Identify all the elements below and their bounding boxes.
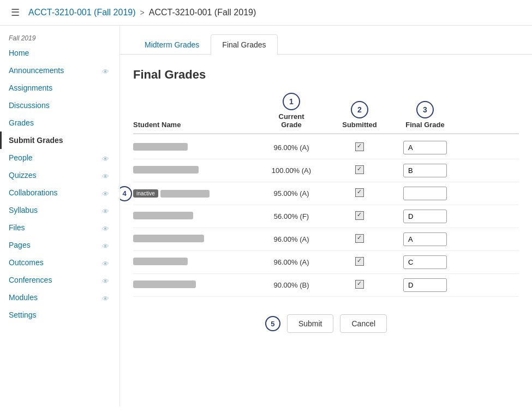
sidebar-item-announcements[interactable]: Announcements bbox=[0, 62, 119, 79]
cell-grade-7: 90.00% (B) bbox=[253, 281, 330, 289]
cell-submitted-6: ✓ bbox=[330, 257, 390, 267]
modules-visibility-icon bbox=[102, 294, 111, 301]
final-grade-input-4[interactable] bbox=[403, 210, 447, 223]
submitted-checkbox-7[interactable]: ✓ bbox=[355, 280, 364, 289]
cell-final-5 bbox=[390, 232, 461, 246]
collaborations-visibility-icon bbox=[102, 189, 111, 196]
submitted-checkbox-2[interactable]: ✓ bbox=[355, 165, 364, 174]
breadcrumb-current: ACCT-3210-001 (Fall 2019) bbox=[149, 8, 256, 17]
conferences-visibility-icon bbox=[102, 277, 111, 283]
final-grade-input-7[interactable] bbox=[403, 278, 447, 292]
step-5-circle: 5 bbox=[265, 316, 280, 331]
table-row: 56.00% (F) ✓ bbox=[133, 205, 519, 228]
col-header-final-label: Final Grade bbox=[405, 121, 445, 129]
sidebar-item-conferences[interactable]: Conferences bbox=[0, 271, 119, 289]
cell-student-1 bbox=[133, 143, 253, 152]
main-content: Midterm Grades Final Grades Final Grades… bbox=[120, 26, 532, 407]
sidebar-item-outcomes[interactable]: Outcomes bbox=[0, 254, 119, 271]
header: ☰ ACCT-3210-001 (Fall 2019) > ACCT-3210-… bbox=[0, 0, 532, 26]
col-header-student: Student Name bbox=[133, 121, 253, 129]
submit-button[interactable]: Submit bbox=[287, 314, 334, 333]
tabs: Midterm Grades Final Grades bbox=[120, 34, 532, 55]
layout: Fall 2019 Home Announcements Assignments… bbox=[0, 26, 532, 407]
announcements-visibility-icon bbox=[102, 67, 111, 74]
student-name-blur bbox=[133, 212, 193, 219]
student-name-blur bbox=[133, 235, 204, 242]
sidebar-item-home[interactable]: Home bbox=[0, 44, 119, 62]
sidebar-item-discussions[interactable]: Discussions bbox=[0, 97, 119, 114]
final-grade-input-5[interactable] bbox=[403, 232, 447, 246]
sidebar-item-modules[interactable]: Modules bbox=[0, 289, 119, 306]
tab-final-grades[interactable]: Final Grades bbox=[211, 34, 277, 55]
col-header-current-label: CurrentGrade bbox=[279, 112, 304, 129]
hamburger-menu-icon[interactable]: ☰ bbox=[11, 7, 20, 19]
people-visibility-icon bbox=[102, 154, 111, 161]
cell-final-4 bbox=[390, 210, 461, 223]
cell-final-6 bbox=[390, 255, 461, 269]
cell-final-2 bbox=[390, 164, 461, 177]
tab-midterm-grades[interactable]: Midterm Grades bbox=[133, 34, 211, 55]
student-name-blur bbox=[133, 166, 199, 174]
sidebar-item-syllabus[interactable]: Syllabus bbox=[0, 201, 119, 219]
sidebar-item-settings[interactable]: Settings bbox=[0, 306, 119, 324]
content-area: Final Grades Student Name 1 CurrentGrade… bbox=[120, 55, 532, 359]
submitted-checkbox-1[interactable]: ✓ bbox=[355, 142, 364, 151]
cell-submitted-7: ✓ bbox=[330, 280, 390, 290]
cell-student-2 bbox=[133, 166, 253, 175]
cell-grade-4: 56.00% (F) bbox=[253, 212, 330, 220]
inactive-badge: inactive bbox=[133, 189, 158, 198]
final-grade-input-2[interactable] bbox=[403, 164, 447, 177]
sidebar-item-grades[interactable]: Grades bbox=[0, 114, 119, 132]
table-row: 90.00% (B) ✓ bbox=[133, 274, 519, 297]
table-header: Student Name 1 CurrentGrade 2 Submitted bbox=[133, 93, 519, 134]
sidebar-item-assignments[interactable]: Assignments bbox=[0, 79, 119, 97]
cell-student-6 bbox=[133, 258, 253, 267]
files-visibility-icon bbox=[102, 224, 111, 231]
student-name-blur bbox=[160, 190, 210, 198]
student-name-blur bbox=[133, 280, 196, 288]
submitted-checkbox-3[interactable]: ✓ bbox=[355, 188, 364, 197]
pages-visibility-icon bbox=[102, 242, 111, 248]
cell-final-7 bbox=[390, 278, 461, 292]
cell-submitted-1: ✓ bbox=[330, 142, 390, 153]
final-grade-input-1[interactable] bbox=[403, 141, 447, 154]
sidebar-item-quizzes[interactable]: Quizzes bbox=[0, 166, 119, 184]
table-row: 96.00% (A) ✓ bbox=[133, 228, 519, 251]
cell-submitted-5: ✓ bbox=[330, 234, 390, 244]
cell-student-7 bbox=[133, 280, 253, 290]
cell-submitted-3: ✓ bbox=[330, 188, 390, 199]
cancel-button[interactable]: Cancel bbox=[340, 314, 387, 333]
table-row: 100.00% (A) ✓ bbox=[133, 159, 519, 182]
cell-grade-6: 96.00% (A) bbox=[253, 258, 330, 266]
col-header-final: 3 Final Grade bbox=[390, 101, 461, 129]
page-title: Final Grades bbox=[133, 68, 519, 82]
final-grade-input-3[interactable] bbox=[403, 187, 447, 200]
sidebar-item-files[interactable]: Files bbox=[0, 219, 119, 236]
col-header-submitted-label: Submitted bbox=[342, 121, 377, 129]
col-header-submitted: 2 Submitted bbox=[330, 101, 390, 129]
cell-grade-3: 95.00% (A) bbox=[253, 189, 330, 198]
cell-submitted-2: ✓ bbox=[330, 165, 390, 176]
step-4-annotation: 4 bbox=[120, 186, 132, 201]
breadcrumb: ACCT-3210-001 (Fall 2019) > ACCT-3210-00… bbox=[28, 8, 256, 17]
sidebar-item-pages[interactable]: Pages bbox=[0, 236, 119, 254]
step-1-circle: 1 bbox=[283, 93, 300, 110]
sidebar: Fall 2019 Home Announcements Assignments… bbox=[0, 26, 120, 407]
sidebar-item-people[interactable]: People bbox=[0, 149, 119, 166]
cell-student-4 bbox=[133, 212, 253, 221]
student-name-blur bbox=[133, 143, 188, 151]
submitted-checkbox-4[interactable]: ✓ bbox=[355, 211, 364, 220]
step-3-circle: 3 bbox=[416, 101, 434, 118]
sidebar-item-submit-grades[interactable]: Submit Grades bbox=[0, 132, 119, 149]
submitted-checkbox-5[interactable]: ✓ bbox=[355, 234, 364, 243]
submitted-checkbox-6[interactable]: ✓ bbox=[355, 257, 364, 266]
breadcrumb-separator: > bbox=[140, 8, 145, 17]
breadcrumb-link[interactable]: ACCT-3210-001 (Fall 2019) bbox=[28, 8, 136, 17]
table-row: 4 inactive 95.00% (A) ✓ bbox=[133, 182, 519, 205]
final-grade-input-6[interactable] bbox=[403, 255, 447, 269]
cell-grade-1: 96.00% (A) bbox=[253, 144, 330, 152]
sidebar-item-collaborations[interactable]: Collaborations bbox=[0, 184, 119, 201]
cell-grade-5: 96.00% (A) bbox=[253, 235, 330, 243]
cell-final-3 bbox=[390, 187, 461, 200]
quizzes-visibility-icon bbox=[102, 172, 111, 178]
